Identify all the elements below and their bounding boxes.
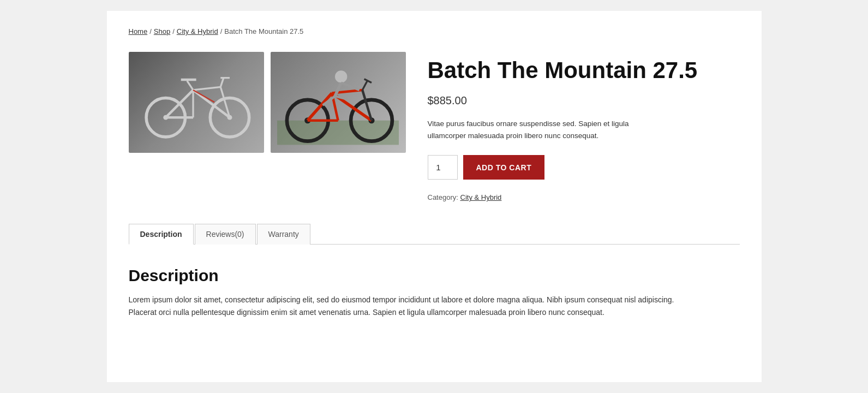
svg-line-31 — [362, 81, 367, 90]
svg-line-14 — [193, 90, 214, 102]
tab-warranty[interactable]: Warranty — [257, 224, 310, 245]
product-info: Batch The Mountain 27.5 $885.00 Vitae pu… — [428, 52, 740, 201]
breadcrumb-category[interactable]: City & Hybrid — [177, 27, 218, 35]
product-image-2 — [271, 52, 406, 153]
svg-line-30 — [341, 83, 359, 90]
breadcrumb-shop[interactable]: Shop — [154, 27, 170, 35]
product-title: Batch The Mountain 27.5 — [428, 57, 740, 84]
svg-line-12 — [220, 78, 224, 87]
add-to-cart-row: ADD TO CART — [428, 155, 740, 180]
svg-line-27 — [335, 83, 341, 97]
add-to-cart-button[interactable]: ADD TO CART — [463, 155, 545, 180]
breadcrumb-current: Batch The Mountain 27.5 — [224, 27, 303, 35]
breadcrumb: Home / Shop / City & Hybrid / Batch The … — [129, 27, 740, 35]
svg-point-26 — [335, 70, 347, 82]
product-image-1 — [129, 52, 264, 153]
product-price: $885.00 — [428, 94, 740, 107]
description-body: Lorem ipsum dolor sit amet, consectetur … — [129, 294, 702, 318]
description-section: Description Lorem ipsum dolor sit amet, … — [129, 261, 740, 324]
tab-reviews[interactable]: Reviews(0) — [195, 224, 256, 245]
tabs-list: Description Reviews(0) Warranty — [129, 223, 740, 244]
product-images — [129, 52, 406, 201]
breadcrumb-sep-3: / — [220, 27, 223, 35]
category-label: Category: — [428, 193, 458, 201]
quantity-input[interactable] — [428, 155, 458, 180]
svg-line-10 — [187, 81, 193, 90]
tab-description[interactable]: Description — [129, 224, 194, 245]
breadcrumb-sep-2: / — [172, 27, 175, 35]
svg-rect-15 — [277, 121, 399, 145]
product-section: Batch The Mountain 27.5 $885.00 Vitae pu… — [129, 52, 740, 201]
breadcrumb-sep-1: / — [149, 27, 152, 35]
description-heading: Description — [129, 266, 740, 285]
svg-line-29 — [335, 96, 347, 99]
product-short-description: Vitae purus faucibus ornare suspendisse … — [428, 118, 668, 141]
breadcrumb-home[interactable]: Home — [129, 27, 148, 35]
product-category: Category: City & Hybrid — [428, 193, 740, 201]
tabs-section: Description Reviews(0) Warranty — [129, 223, 740, 245]
svg-line-32 — [364, 79, 371, 83]
svg-line-4 — [166, 90, 193, 117]
svg-line-8 — [193, 87, 220, 91]
category-link[interactable]: City & Hybrid — [460, 193, 502, 201]
